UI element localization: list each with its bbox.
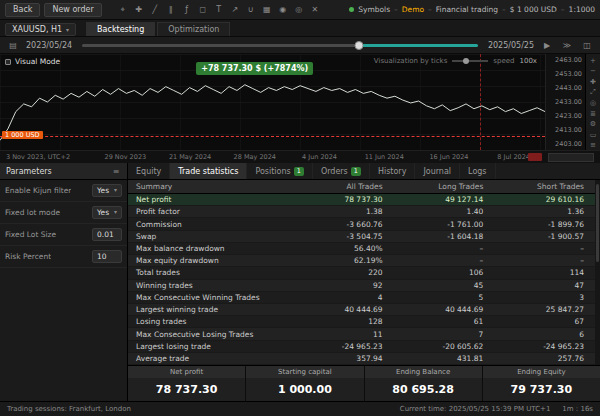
eye-icon[interactable]: ◉ [276,3,290,17]
axis-resize-handle[interactable] [548,153,594,162]
parameter-value-input[interactable]: 0.01 [92,228,122,241]
scrollbar-thumb[interactable] [596,184,599,262]
starting-capital-card: Starting capital 1 000.00 [246,366,364,401]
tab-backtesting[interactable]: Backtesting [86,22,155,36]
account-info: Symbols – Demo – Financial trading – $ 1… [349,5,595,14]
playhead-marker [528,153,542,161]
zoom-out-icon[interactable]: − [587,67,599,77]
tab-history[interactable]: History [370,163,415,179]
fullscreen-icon[interactable]: ⤢ [587,88,599,98]
price-axis-label: 2413.00 [549,126,582,134]
top-toolbar: Back New order ⌖ ✚ ╱ ∥ ƒ ◻ T ↗ ∪ ▦ ◉ ◎ ✕… [0,0,600,20]
main-area: Parameters ≡ Enable Kijun filter Yes ▾ F… [0,163,600,401]
layers-icon[interactable]: ≣ [587,109,599,119]
trading-app-window: Back New order ⌖ ✚ ╱ ∥ ƒ ◻ T ↗ ∪ ▦ ◉ ◎ ✕… [0,0,600,416]
table-row: Profit factor 1.38 1.40 1.36 [128,206,600,218]
visual-mode-label: Visual Mode [15,57,60,66]
calendar-icon[interactable]: ▤ [6,38,20,52]
column-header: Long Trades [399,182,500,191]
speed-slider-knob[interactable] [463,58,469,64]
layout-icon[interactable]: ◫ [580,38,594,52]
camera-icon[interactable]: ◎ [292,3,306,17]
ending-equity-card: Ending Equity 79 737.30 [483,366,600,401]
parameter-row: Enable Kijun filter Yes ▾ [0,180,127,202]
parameter-value-dropdown[interactable]: Yes ▾ [92,206,122,219]
price-axis-label: 2463.00 [549,56,582,64]
trading-sessions-status: Trading sessions: Frankfurt, London [7,405,131,413]
fast-forward-button[interactable]: ≫ [560,38,574,52]
window-icon[interactable]: ▭ [587,130,599,140]
price-axis-label: 2403.00 [549,140,582,148]
tab-logs[interactable]: Logs [460,163,495,179]
account-type: Financial trading [436,5,498,14]
shapes-icon[interactable]: ◻ [196,3,210,17]
table-header: Summary All Trades Long Trades Short Tra… [128,180,600,194]
visualization-label: Visualization by ticks [374,57,448,65]
parameter-row: Fixed Lot Size 0.01 [0,224,127,246]
table-row: Losing trades 128 61 67 [128,316,600,328]
start-date[interactable]: 2023/05/24 [26,41,72,50]
chart-side-toolbar: + − ✚ ⤢ ◎ ≣ ⚙ ▭ ≡ [585,54,600,150]
panel-menu-icon[interactable]: ≡ [111,164,121,178]
fibonacci-icon[interactable]: ƒ [180,3,194,17]
parameter-label: Fixed lot mode [5,208,60,217]
chevron-down-icon: ▾ [114,186,117,195]
menu-icon[interactable]: ≡ [587,141,599,151]
visual-mode-checkbox[interactable] [5,59,11,65]
crosshair-icon[interactable]: ✚ [132,3,146,17]
zoom-in-icon[interactable]: + [587,56,599,66]
tab-journal[interactable]: Journal [415,163,460,179]
settings-icon[interactable]: ⚙ [587,119,599,129]
camera-icon[interactable]: ◎ [587,98,599,108]
new-order-button[interactable]: New order [44,3,101,17]
time-axis-label: 3 Nov 2023, UTC+2 [6,153,91,161]
end-date[interactable]: 2025/05/25 [488,41,534,50]
parameter-value-dropdown[interactable]: Yes ▾ [92,184,122,197]
arrow-icon[interactable]: ↗ [228,3,242,17]
play-button[interactable]: ▶ [540,38,554,52]
time-axis-label: 21 May 2024 [160,153,221,161]
tab-optimization[interactable]: Optimization [157,22,230,36]
table-row: Largest losing trade -24 965.23 -20 605.… [128,341,600,353]
statistics-tab-bar: Equity Trade statistics Positions 1 Orde… [128,163,600,180]
timeline-slider-knob[interactable] [355,41,364,50]
text-icon[interactable]: T [212,3,226,17]
tab-orders[interactable]: Orders 1 [313,163,370,179]
tab-trade-statistics[interactable]: Trade statistics [170,163,247,179]
timeline-slider[interactable] [82,44,478,47]
grid-icon[interactable]: ▦ [260,3,274,17]
tab-equity[interactable]: Equity [128,163,170,179]
visual-mode-toggle[interactable]: Visual Mode [5,57,60,66]
speed-slider[interactable] [452,60,488,62]
price-axis-label: 2453.00 [549,70,582,78]
column-header: Short Trades [499,182,600,191]
table-row: Max equity drawdown 62.19% – – [128,255,600,267]
table-row: Winning trades 92 45 47 [128,280,600,292]
vertical-scrollbar[interactable] [595,180,600,365]
account-leverage: 1:1000 [569,5,595,14]
channel-icon[interactable]: ∥ [164,3,178,17]
crosshair-icon[interactable]: ✚ [587,77,599,87]
account-mode: Demo [402,5,424,14]
column-header: All Trades [298,182,399,191]
time-axis-label: 16 Jun 2024 [419,153,480,161]
tab-positions[interactable]: Positions 1 [247,163,312,179]
account-app: Symbols [358,5,390,14]
back-button[interactable]: Back [5,3,40,17]
orders-count-badge: 1 [351,167,361,176]
cursor-icon[interactable]: ⌖ [116,3,130,17]
table-row: Net profit 78 737.30 49 127.14 29 610.16 [128,194,600,206]
table-row: Max Consecutive Losing Trades 11 7 6 [128,328,600,340]
summary-cards: Net profit 78 737.30 Starting capital 1 … [128,365,600,401]
net-profit-card: Net profit 78 737.30 [128,366,246,401]
magnet-icon[interactable]: ∪ [244,3,258,17]
speed-value[interactable]: 100x [519,57,537,65]
trendline-icon[interactable]: ╱ [148,3,162,17]
equity-chart[interactable]: 1 000 USD +78 737.30 $ (+7874%) Visual M… [0,54,545,150]
parameters-title: Parameters [6,167,52,176]
delete-drawings-icon[interactable]: ✕ [308,3,322,17]
symbol-chip[interactable]: XAUUSD, H1 ▾ [5,23,76,36]
parameter-value-input[interactable]: 10 [92,250,122,263]
current-time-status: Current time: 2025/05/25 15:39 PM UTC+1 [400,405,551,413]
equity-line-path [0,85,545,141]
